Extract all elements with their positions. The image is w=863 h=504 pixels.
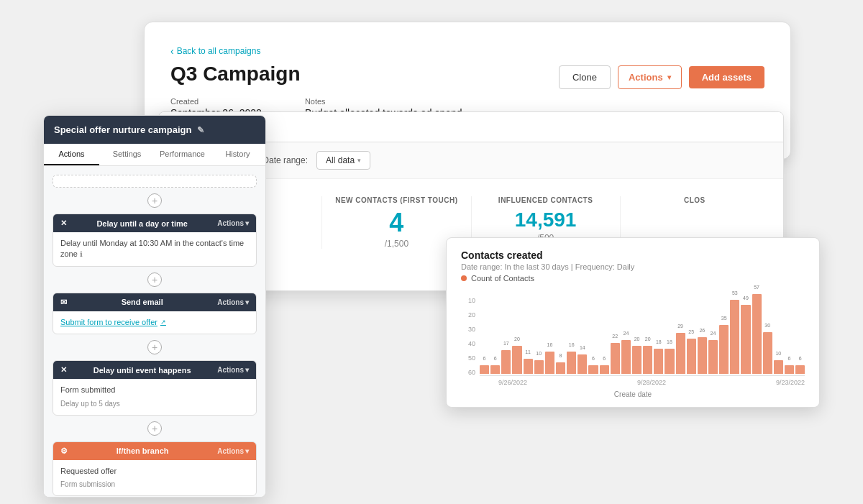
delay-event-body: Form submitted Delay up to 5 days xyxy=(53,379,256,414)
chart-bar: 6 xyxy=(795,365,805,374)
delay-event-actions[interactable]: Actions xyxy=(217,366,249,374)
branch-node: ⚙ If/then branch Actions Requested offer… xyxy=(52,441,257,496)
send-email-actions[interactable]: Actions xyxy=(217,298,249,306)
chart-bar: 26 xyxy=(698,337,707,374)
new-contacts-value: 4 xyxy=(334,210,459,236)
chart-bar: 20 xyxy=(643,346,652,374)
delay-event-title: Delay until event happens xyxy=(93,366,191,375)
created-label: Created xyxy=(170,97,262,106)
branch-body: Requested offer Form submission xyxy=(53,460,256,495)
chart-bar: 18 xyxy=(665,349,674,374)
delay-node-1-body: Delay until Monday at 10:30 AM in the co… xyxy=(53,232,256,266)
chart-bar: 8 xyxy=(556,362,565,374)
chart-bar: 29 xyxy=(676,333,685,374)
workflow-panel: Special offer nurture campaign ✎ Actions… xyxy=(43,115,266,498)
date-range-filter-button[interactable]: All data xyxy=(316,151,370,170)
delay-node-1-header: ✕ Delay until a day or time Actions xyxy=(53,214,256,232)
chart-bar: 20 xyxy=(512,346,521,374)
branch-title: If/then branch xyxy=(117,446,169,455)
add-node-button-4[interactable]: + xyxy=(147,421,162,436)
chart-bar: 6 xyxy=(588,365,598,374)
workflow-tab-performance[interactable]: Performance xyxy=(155,144,210,165)
chart-bar: 10 xyxy=(774,360,783,374)
chart-bar: 6 xyxy=(480,365,489,374)
chart-title: Contacts created xyxy=(461,249,805,261)
email-icon: ✉ xyxy=(60,298,67,307)
delay-icon: ✕ xyxy=(60,219,67,228)
delay-node-1-actions[interactable]: Actions xyxy=(217,219,249,227)
chart-subtitle: Date range: In the last 30 days | Freque… xyxy=(461,262,805,271)
delay-event-icon: ✕ xyxy=(60,365,67,375)
connector-1: + xyxy=(52,191,257,211)
delay-event-node: ✕ Delay until event happens Actions Form… xyxy=(52,360,257,415)
chart-y-axis: 60 50 40 30 20 10 xyxy=(461,290,475,376)
chart-bar: 10 xyxy=(534,360,544,374)
chart-bar: 30 xyxy=(763,332,772,375)
chart-bar: 16 xyxy=(567,352,576,374)
add-node-button-2[interactable]: + xyxy=(147,272,162,287)
chart-bar: 53 xyxy=(730,300,739,374)
chart-bar: 18 xyxy=(654,349,663,374)
back-to-campaigns-link[interactable]: Back to all campaigns xyxy=(170,45,764,57)
influenced-header: INFLUENCED CONTACTS xyxy=(483,196,608,204)
legend-dot-icon xyxy=(461,275,467,281)
new-contacts-sub: /1,500 xyxy=(334,239,459,249)
delay-event-header: ✕ Delay until event happens Actions xyxy=(53,361,256,379)
edit-icon[interactable]: ✎ xyxy=(197,125,204,135)
chart-bar: 25 xyxy=(687,339,696,374)
date-range-label: Date range: xyxy=(262,155,308,165)
workflow-tabs: Actions Settings Performance History xyxy=(44,144,265,166)
notes-label: Notes xyxy=(305,97,462,106)
workflow-body: + ✕ Delay until a day or time Actions De… xyxy=(44,166,265,497)
external-link-icon: ↗ xyxy=(160,318,166,327)
workflow-header-left: Special offer nurture campaign ✎ xyxy=(54,124,204,135)
add-assets-button[interactable]: Add assets xyxy=(689,66,764,88)
chart-panel: Contacts created Date range: In the last… xyxy=(446,237,820,408)
chart-bar: 6 xyxy=(490,365,500,374)
chart-bars-area: 6617201110168161466222420201818292526243… xyxy=(480,290,805,376)
connector-3: + xyxy=(52,337,257,357)
delay-node-1: ✕ Delay until a day or time Actions Dela… xyxy=(52,214,257,267)
chart-bar: 57 xyxy=(752,294,762,374)
add-node-button-1[interactable]: + xyxy=(147,193,162,208)
connector-4: + xyxy=(52,418,257,439)
chart-bar: 16 xyxy=(545,352,554,374)
workflow-header: Special offer nurture campaign ✎ xyxy=(44,116,265,144)
branch-header: ⚙ If/then branch Actions xyxy=(53,442,256,460)
info-icon: ℹ xyxy=(80,250,83,258)
actions-button[interactable]: Actions xyxy=(618,65,682,89)
workflow-title: Special offer nurture campaign xyxy=(54,124,191,135)
workflow-tab-settings[interactable]: Settings xyxy=(99,144,155,165)
chart-x-axis: 9/26/2022 9/28/2022 9/23/2022 xyxy=(480,379,805,386)
add-node-button-3[interactable]: + xyxy=(147,340,162,354)
chart-bar: 24 xyxy=(621,340,631,374)
branch-actions[interactable]: Actions xyxy=(217,447,249,455)
connector-2: + xyxy=(52,270,257,290)
send-email-title: Send email xyxy=(122,298,163,306)
workflow-empty-node xyxy=(52,175,257,188)
send-email-node: ✉ Send email Actions Submit form to rece… xyxy=(52,293,257,334)
influenced-value: 14,591 xyxy=(483,210,608,230)
chart-bar: 17 xyxy=(501,350,511,374)
chart-bar: 11 xyxy=(524,359,533,374)
delay-node-1-title: Delay until a day or time xyxy=(96,219,188,228)
branch-icon: ⚙ xyxy=(60,446,68,456)
chart-bar: 35 xyxy=(719,325,729,374)
clone-button[interactable]: Clone xyxy=(559,65,611,89)
chart-bar: 22 xyxy=(611,343,620,374)
chart-legend: Count of Contacts xyxy=(461,274,805,283)
send-email-body: Submit form to receive offer ↗ xyxy=(53,311,256,334)
chart-bar: 20 xyxy=(632,346,641,374)
workflow-tab-actions[interactable]: Actions xyxy=(44,144,99,165)
send-email-header: ✉ Send email Actions xyxy=(53,293,256,311)
chart-bar: 14 xyxy=(577,354,587,374)
chart-bar: 24 xyxy=(708,340,718,374)
workflow-tab-history[interactable]: History xyxy=(210,144,265,165)
chart-bar: 6 xyxy=(600,365,609,374)
campaign-actions: Clone Actions Add assets xyxy=(559,65,764,89)
closed-header: CLOS xyxy=(632,196,757,204)
form-link[interactable]: Submit form to receive offer ↗ xyxy=(60,317,249,328)
legend-label: Count of Contacts xyxy=(471,274,534,283)
chart-bar: 6 xyxy=(785,365,794,374)
chart-bar: 49 xyxy=(741,305,750,374)
